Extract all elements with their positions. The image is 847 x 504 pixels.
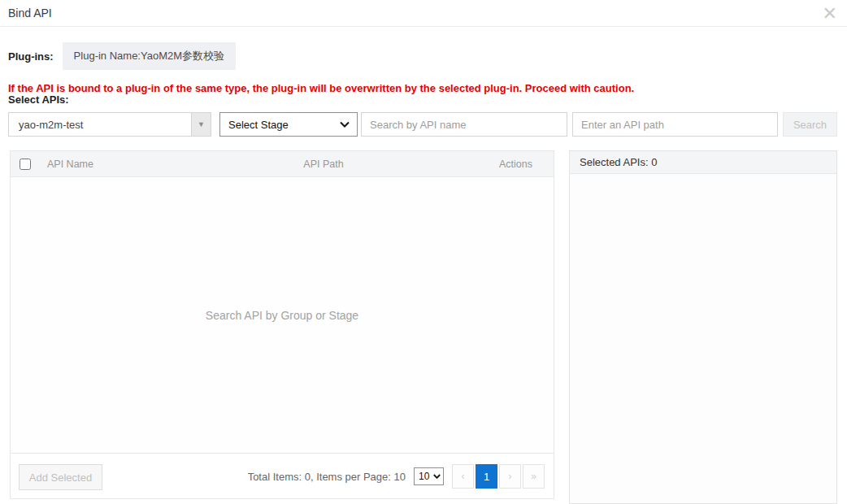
overwrite-warning: If the API is bound to a plug-in of the … bbox=[8, 82, 634, 94]
stage-select-value: Select Stage bbox=[228, 119, 289, 131]
api-group-value: yao-m2m-test bbox=[9, 119, 191, 131]
select-apis-label: Select APIs: bbox=[8, 93, 69, 106]
column-api-name: API Name bbox=[47, 159, 234, 170]
chevron-down-icon bbox=[340, 121, 350, 128]
select-all-checkbox[interactable] bbox=[20, 159, 31, 170]
api-path-input[interactable] bbox=[572, 112, 778, 137]
table-footer: Add Selected Total Items: 0, Items per P… bbox=[11, 453, 554, 498]
selected-apis-panel: Selected APIs: 0 bbox=[569, 150, 837, 504]
close-icon[interactable]: ✕ bbox=[823, 3, 837, 24]
empty-state-text: Search API by Group or Stage bbox=[206, 309, 358, 322]
column-actions: Actions bbox=[413, 159, 554, 170]
column-api-path: API Path bbox=[234, 159, 413, 170]
chevron-down-icon bbox=[433, 474, 441, 479]
table-body: Search API by Group or Stage bbox=[11, 177, 554, 453]
add-selected-button[interactable]: Add Selected bbox=[19, 464, 102, 490]
dialog-titlebar: Bind API ✕ bbox=[0, 0, 847, 27]
next-page-button[interactable]: › bbox=[499, 464, 521, 489]
table-header-row: API Name API Path Actions bbox=[11, 151, 554, 177]
page-size-select[interactable]: 10 bbox=[414, 467, 444, 485]
plugins-row: Plug-ins: Plug-in Name:YaoM2M参数校验 bbox=[8, 42, 236, 70]
page-title: Bind API bbox=[8, 7, 52, 20]
search-api-name-input[interactable] bbox=[361, 112, 567, 137]
search-button[interactable]: Search bbox=[783, 112, 837, 137]
stage-select[interactable]: Select Stage bbox=[219, 112, 358, 137]
filter-controls-row: yao-m2m-test ▼ Select Stage Search bbox=[0, 112, 847, 137]
selected-apis-header: Selected APIs: 0 bbox=[570, 151, 836, 174]
prev-page-button[interactable]: ‹ bbox=[452, 464, 474, 489]
total-items-text: Total Items: 0, Items per Page: 10 bbox=[248, 471, 406, 483]
api-group-dropdown[interactable]: yao-m2m-test ▼ bbox=[8, 112, 211, 137]
plugins-label: Plug-ins: bbox=[8, 50, 54, 63]
page-size-value: 10 bbox=[419, 471, 429, 482]
last-page-button[interactable]: » bbox=[523, 464, 545, 489]
page-1-button[interactable]: 1 bbox=[476, 464, 497, 489]
dropdown-arrow-icon[interactable]: ▼ bbox=[191, 113, 211, 136]
api-table-panel: API Name API Path Actions Search API by … bbox=[10, 150, 554, 499]
plugin-name-tag: Plug-in Name:YaoM2M参数校验 bbox=[63, 42, 236, 70]
pagination: Total Items: 0, Items per Page: 10 10 ‹ … bbox=[248, 464, 545, 489]
